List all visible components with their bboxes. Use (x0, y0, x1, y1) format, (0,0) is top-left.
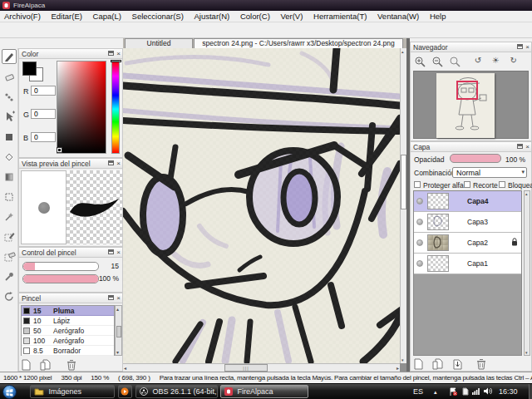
show-desktop-button[interactable] (529, 384, 532, 399)
brush-row-borrador[interactable]: 8.5Borrador (22, 346, 114, 356)
select-rect-tool[interactable] (2, 190, 17, 204)
start-button[interactable] (2, 385, 17, 399)
select-pen-tool[interactable] (2, 229, 17, 244)
magic-wand-tool[interactable] (2, 209, 17, 224)
canvas-horizontal-scrollbar[interactable]: ◂ ||| ▸ (123, 363, 400, 372)
r-input[interactable] (31, 86, 56, 96)
dock-icon[interactable] (517, 144, 523, 149)
pen-tool[interactable] (2, 49, 17, 64)
fill-tool[interactable] (2, 130, 17, 145)
delete-layer-button[interactable] (476, 358, 489, 370)
taskbar-obs-button[interactable]: OBS 26.1.1 (64-bit, wi... (135, 385, 218, 398)
close-icon[interactable]: × (116, 160, 121, 166)
menu-ajustar[interactable]: Ajustar(N) (190, 11, 234, 22)
close-icon[interactable]: × (116, 51, 121, 57)
scroll-up-icon[interactable]: ▴ (116, 306, 119, 312)
network-icon[interactable] (472, 384, 485, 399)
brush-row-pluma[interactable]: 15Pluma (22, 306, 114, 316)
layer-visibility-icon[interactable] (416, 260, 423, 267)
layer-opacity-slider[interactable] (450, 154, 501, 163)
move-tool[interactable] (2, 110, 17, 125)
bucket-tool[interactable] (2, 150, 17, 165)
menu-color[interactable]: Color(C) (236, 11, 274, 22)
brush-row-lapiz[interactable]: 10Lápiz (22, 316, 114, 326)
layer-row-capa3[interactable]: Capa3 (414, 212, 521, 233)
menu-seleccionar[interactable]: Seleccionar(S) (128, 11, 188, 22)
delete-brush-button[interactable] (66, 359, 79, 371)
navigator-viewport[interactable] (413, 71, 529, 139)
zoom-in-icon[interactable] (412, 54, 426, 67)
b-input[interactable] (31, 132, 56, 142)
close-icon[interactable]: × (525, 44, 530, 50)
volume-icon[interactable] (484, 384, 496, 399)
duplicate-layer-button[interactable] (432, 358, 445, 370)
close-icon[interactable]: × (116, 249, 121, 255)
dock-icon[interactable] (108, 295, 114, 300)
dock-icon[interactable] (108, 160, 114, 165)
merge-down-button[interactable] (452, 358, 465, 370)
eraser-tool[interactable] (2, 70, 17, 85)
scroll-left-icon[interactable]: ◂ (124, 365, 126, 371)
brush-list-scrollbar[interactable]: ▴ ▾ (115, 305, 122, 356)
brush-row-aerografo-100[interactable]: 100Aerógrafo (22, 336, 114, 346)
scroll-thumb[interactable] (401, 155, 406, 209)
layer-list-scrollbar[interactable]: ▴ ▾ (524, 190, 530, 356)
blend-mode-select[interactable]: Normal ▾ (452, 167, 527, 178)
taskbar-media-app-button[interactable] (118, 385, 132, 398)
tray-expand-icon[interactable]: ▴ (434, 384, 437, 399)
layer-row-capa2[interactable]: Capa2 (414, 233, 521, 254)
saturation-value-picker[interactable] (57, 61, 106, 154)
smudge-tool[interactable] (2, 90, 17, 105)
eyedropper-tool[interactable] (2, 269, 17, 284)
tray-language[interactable]: ES (413, 384, 423, 399)
menu-editar[interactable]: Editar(E) (47, 11, 86, 22)
canvas-vertical-scrollbar[interactable]: ▴ ▾ (400, 48, 406, 363)
tab-spectron24[interactable]: spectron 24.png - C:/Users/rawrr x3/Desk… (194, 38, 403, 48)
menu-capa[interactable]: Capa(L) (89, 11, 126, 22)
layer-visibility-icon[interactable] (416, 239, 423, 246)
menu-ventana[interactable]: Ventana(W) (373, 11, 423, 22)
rotate-ccw-icon[interactable]: ↺ (470, 54, 485, 67)
layer-visibility-icon[interactable] (416, 198, 423, 204)
gradient-tool[interactable] (2, 170, 17, 185)
brush-row-aerografo-50[interactable]: 50Aerógrafo (22, 326, 114, 336)
dock-icon[interactable] (108, 249, 114, 254)
tab-untitled[interactable]: Untitled (125, 38, 193, 48)
scroll-up-icon[interactable]: ▴ (401, 49, 404, 54)
recorte-checkbox[interactable] (464, 181, 470, 188)
zoom-out-icon[interactable] (430, 54, 444, 67)
menu-herramienta[interactable]: Herramienta(T) (309, 11, 371, 22)
menu-help[interactable]: Help (426, 11, 451, 22)
dock-icon[interactable] (108, 51, 114, 56)
dock-icon[interactable] (517, 44, 523, 49)
action-center-icon[interactable] (449, 384, 461, 399)
taskbar-imagenes-button[interactable]: Imágenes (30, 385, 115, 398)
proteger-alfa-checkbox[interactable] (414, 181, 421, 188)
add-brush-button[interactable] (21, 359, 33, 371)
taskbar-firealpaca-button[interactable]: FireAlpaca (220, 385, 308, 398)
g-input[interactable] (31, 109, 56, 119)
scroll-up-icon[interactable]: ▴ (525, 191, 528, 196)
menu-ver[interactable]: Ver(V) (276, 11, 307, 22)
tray-clock[interactable]: 16:30 (499, 384, 518, 399)
reset-rotation-icon[interactable]: ☀ (489, 54, 503, 67)
scroll-right-icon[interactable]: ▸ (397, 365, 399, 371)
zoom-reset-icon[interactable] (448, 54, 462, 67)
navigator-thumbnail[interactable] (436, 73, 495, 138)
hue-bar[interactable] (111, 61, 120, 154)
layer-row-capa1[interactable]: Capa1 (414, 254, 521, 274)
duplicate-brush-button[interactable] (40, 359, 52, 371)
select-eraser-tool[interactable] (2, 249, 17, 264)
foreground-color-swatch[interactable] (22, 62, 37, 76)
scroll-thumb[interactable] (116, 326, 121, 337)
scroll-down-icon[interactable]: ▾ (525, 350, 528, 355)
hand-rotate-tool[interactable] (2, 289, 17, 304)
close-icon[interactable]: × (116, 295, 121, 301)
rotate-cw-icon[interactable]: ↻ (506, 54, 520, 67)
close-icon[interactable]: × (525, 144, 530, 150)
scroll-down-icon[interactable]: ▾ (116, 349, 119, 355)
scroll-down-icon[interactable]: ▾ (401, 357, 404, 362)
drawing-canvas[interactable] (123, 48, 400, 363)
menu-archivo[interactable]: Archivo(F) (0, 11, 45, 22)
scroll-thumb[interactable]: ||| (224, 364, 268, 372)
